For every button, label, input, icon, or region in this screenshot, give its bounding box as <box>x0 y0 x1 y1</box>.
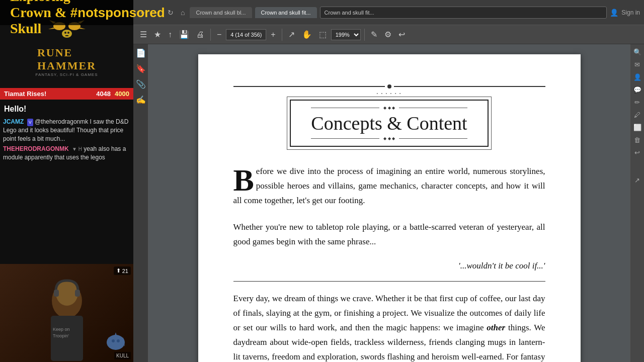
svg-rect-17 <box>75 290 80 297</box>
pdf-page-input[interactable] <box>226 29 266 40</box>
pdf-select-btn[interactable]: ⬚ <box>316 29 329 40</box>
webcam-viewer-count: ⬆ 21 <box>114 266 131 275</box>
svg-text:Keep on: Keep on <box>53 327 70 332</box>
pdf-left-panel: 📄 🔖 📎 ✍ <box>133 44 148 362</box>
pdf-zoom-select[interactable]: 199% 100% 150% <box>331 29 361 40</box>
pdf-settings-btn[interactable]: ⚙ <box>382 29 394 40</box>
stream-title: Exploring Crown & Skull <box>10 0 70 37</box>
pdf-save-btn[interactable]: 💾 <box>177 29 192 40</box>
paragraph-2: Whether you're new to tabletop role play… <box>233 220 545 249</box>
svg-marker-7 <box>79 28 86 29</box>
page-dots: • • • • • • <box>233 91 545 96</box>
stream-overlay: Exploring Crown & Skull #notsponsored <box>0 0 133 25</box>
home-button[interactable]: ⌂ <box>179 8 187 18</box>
logo-subtext: FANTASY, SCI-FI & GAMES <box>35 72 98 77</box>
drop-cap: B <box>233 164 254 192</box>
pdf-right-email-icon[interactable]: ✉ <box>634 61 640 68</box>
pdf-cursor-btn[interactable]: ↗ <box>286 29 297 40</box>
pdf-right-shape-icon[interactable]: ⬜ <box>633 124 641 131</box>
section-divider <box>233 281 545 282</box>
amount2: 4000 <box>115 90 129 98</box>
reload-button[interactable]: ↻ <box>166 8 176 18</box>
donation-bar: Tiamat Rises! 4048 4000 <box>0 88 133 100</box>
toolbar-separator-1 <box>210 29 211 41</box>
dragon-decoration <box>103 327 131 357</box>
pdf-right-user-icon[interactable]: 👤 <box>633 73 641 81</box>
paragraph-1: Before we dive into the process of imagi… <box>233 164 545 208</box>
pdf-undo-btn[interactable]: ↩ <box>396 29 408 40</box>
pdf-content-wrapper: 📄 🔖 📎 ✍ • • • • • • <box>133 44 644 362</box>
pdf-bookmark-btn[interactable]: ★ <box>151 29 164 40</box>
pdf-right-comment-icon[interactable]: 💬 <box>633 86 641 94</box>
svg-point-26 <box>117 339 120 342</box>
stream-hashtag: #notsponsored <box>70 5 165 21</box>
browser-profile-button[interactable]: 👤 <box>610 9 618 17</box>
pdf-scroll-area[interactable]: • • • • • • ◆ ◆ ◆ Concepts & Content <box>148 44 630 362</box>
svg-text:Troopin': Troopin' <box>53 333 69 338</box>
pdf-right-pen-icon[interactable]: ✏ <box>634 99 640 106</box>
pdf-signatures-icon[interactable]: ✍ <box>136 95 146 105</box>
pdf-right-search-icon[interactable]: 🔍 <box>633 48 641 56</box>
pdf-pages-icon[interactable]: 📄 <box>136 48 146 58</box>
page-title-area: ◆ ◆ ◆ Concepts & Content ◆ ◆ ◆ <box>233 100 545 147</box>
pdf-toolbar: ☰ ★ ↑ 💾 🖨 − + ↗ ✋ ⬚ 199% 100% 150% ✎ ⚙ ↩ <box>133 25 644 44</box>
pdf-annotate-btn[interactable]: ✎ <box>368 29 380 40</box>
donation-amounts: 4048 4000 <box>96 90 129 98</box>
pdf-hand-btn[interactable]: ✋ <box>299 29 314 40</box>
hello-msg: Hello! <box>3 103 130 116</box>
pdf-attachments-icon[interactable]: 📎 <box>136 79 146 89</box>
pdf-up-btn[interactable]: ↑ <box>166 29 175 40</box>
chat-message-2: THEHERODRAGONMK ▼ H yeah also has a modu… <box>3 145 130 162</box>
browser-tab-2[interactable]: Crown and skull fit... <box>255 7 317 18</box>
pdf-right-export-icon[interactable]: ↗ <box>634 176 640 184</box>
chat-badge-2: ▼ H <box>72 146 82 152</box>
chat-message: JCAMZ V @theherodragonmk I saw the D&D L… <box>3 118 130 143</box>
title-frame-inner: ◆ ◆ ◆ Concepts & Content ◆ ◆ ◆ <box>290 100 488 147</box>
chat-username-2: THEHERODRAGONMK <box>3 145 69 152</box>
title-ornament-bottom: ◆ ◆ ◆ <box>311 136 467 141</box>
person-silhouette: Keep on Troopin' <box>17 265 117 361</box>
pdf-right-delete-icon[interactable]: 🗑 <box>634 136 640 144</box>
svg-point-25 <box>112 339 115 342</box>
page-title: Concepts & Content <box>311 112 467 134</box>
pdf-right-highlight-icon[interactable]: 🖊 <box>634 111 640 119</box>
pdf-zoom-in-btn[interactable]: + <box>268 29 278 40</box>
pdf-zoom-out-btn[interactable]: − <box>214 29 224 40</box>
chat-badge-1: V <box>27 119 33 126</box>
pdf-right-undo-icon[interactable]: ↩ <box>634 149 640 156</box>
title-ornament-top: ◆ ◆ ◆ <box>311 106 467 110</box>
svg-rect-16 <box>54 290 59 297</box>
paragraph-3: Every day, we dream of things we crave. … <box>233 292 545 362</box>
pdf-menu-btn[interactable]: ☰ <box>137 29 149 40</box>
pdf-bookmarks-icon[interactable]: 🔖 <box>136 64 146 73</box>
browser-bar: ← → ↻ ⌂ Crown and skull bl... Crown and … <box>133 0 644 25</box>
pdf-print-btn[interactable]: 🖨 <box>194 29 207 40</box>
browser-sign-in-button[interactable]: Sign in <box>621 9 640 16</box>
svg-rect-18 <box>51 316 83 361</box>
donor-name: Tiamat Rises! <box>4 90 46 98</box>
left-panel: Exploring Crown & Skull #notsponsored <box>0 0 133 362</box>
webcam-area: Keep on Troopin' ⬆ 21 KULL <box>0 264 133 362</box>
browser-tab-1[interactable]: Crown and skull bl... <box>190 7 252 18</box>
amount1: 4048 <box>96 90 111 98</box>
pdf-viewer-panel: ← → ↻ ⌂ Crown and skull bl... Crown and … <box>133 0 644 362</box>
chat-area: Hello! JCAMZ V @theherodragonmk I saw th… <box>0 100 133 264</box>
header-deco <box>233 84 545 88</box>
toolbar-separator-3 <box>364 29 365 41</box>
pdf-right-panel: 🔍 ✉ 👤 💬 ✏ 🖊 ⬜ 🗑 ↩ ↗ <box>630 44 644 362</box>
italic-word: other <box>487 323 505 332</box>
logo-text: RUNE HAMMER <box>37 46 96 72</box>
quote-text: '...wouldn't it be cool if...' <box>233 261 545 271</box>
toolbar-separator-2 <box>282 29 282 41</box>
chat-username-1: JCAMZ <box>3 118 24 125</box>
pdf-page: • • • • • • ◆ ◆ ◆ Concepts & Content <box>198 54 581 362</box>
address-bar[interactable] <box>320 7 607 19</box>
